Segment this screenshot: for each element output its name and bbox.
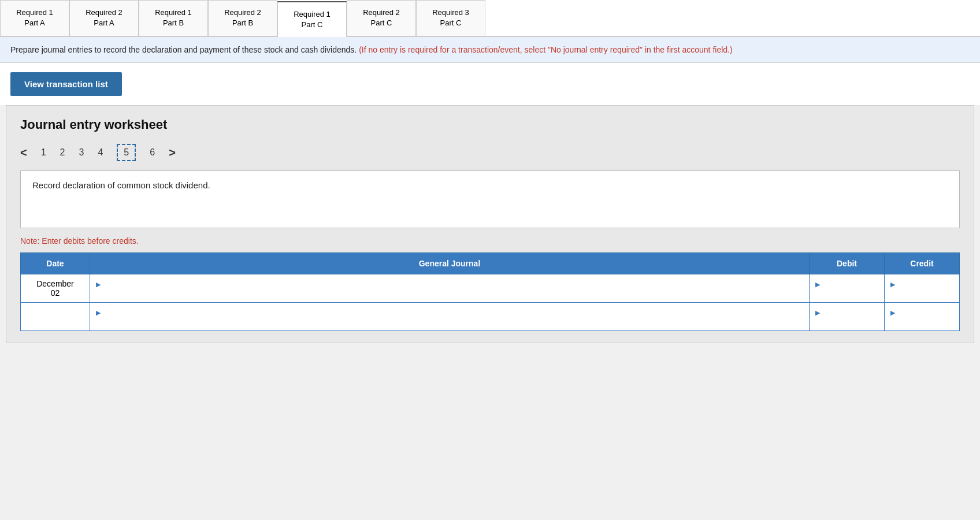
date-cell-2: [21, 303, 90, 331]
instruction-banner: Prepare journal entries to record the de…: [0, 37, 980, 63]
tabs-container: Required 1 Part A Required 2 Part A Requ…: [0, 0, 980, 37]
tab-req1b[interactable]: Required 1 Part B: [139, 0, 208, 36]
col-header-date: Date: [21, 253, 90, 274]
debit-cell-2[interactable]: [810, 303, 885, 331]
instruction-red-text: (If no entry is required for a transacti…: [359, 45, 732, 54]
page-1[interactable]: 1: [41, 147, 46, 158]
journal-table: Date General Journal Debit Credit Decemb…: [20, 252, 960, 331]
view-transaction-button[interactable]: View transaction list: [10, 72, 122, 96]
journal-cell-2[interactable]: [90, 303, 810, 331]
journal-cell-1[interactable]: [90, 274, 810, 303]
debit-input-1[interactable]: [815, 288, 878, 298]
page-3[interactable]: 3: [79, 147, 84, 158]
prev-arrow[interactable]: <: [20, 146, 27, 159]
col-header-journal: General Journal: [90, 253, 810, 274]
date-cell-1: December02: [21, 274, 90, 303]
tab-req2c[interactable]: Required 2 Part C: [347, 0, 416, 36]
next-arrow[interactable]: >: [169, 146, 176, 159]
debit-input-2[interactable]: [815, 317, 878, 326]
tab-req2a[interactable]: Required 2 Part A: [69, 0, 139, 36]
credit-input-1[interactable]: [890, 288, 953, 298]
description-box: Record declaration of common stock divid…: [20, 170, 960, 228]
credit-cell-1[interactable]: [885, 274, 960, 303]
table-row: December02: [21, 274, 960, 303]
col-header-credit: Credit: [885, 253, 960, 274]
page-5[interactable]: 5: [117, 144, 136, 161]
worksheet-title: Journal entry worksheet: [20, 117, 960, 132]
page-2[interactable]: 2: [60, 147, 65, 158]
note-text: Note: Enter debits before credits.: [20, 236, 960, 246]
journal-input-1[interactable]: [96, 288, 803, 298]
worksheet-container: Journal entry worksheet < 1 2 3 4 5 6 > …: [6, 105, 974, 343]
tab-req1c[interactable]: Required 1 Part C: [277, 1, 347, 37]
debit-cell-1[interactable]: [810, 274, 885, 303]
pagination: < 1 2 3 4 5 6 >: [20, 144, 960, 161]
page-4[interactable]: 4: [98, 147, 103, 158]
tab-req2b[interactable]: Required 2 Part B: [208, 0, 277, 36]
instruction-main-text: Prepare journal entries to record the de…: [10, 45, 359, 54]
credit-cell-2[interactable]: [885, 303, 960, 331]
tab-req3c[interactable]: Required 3 Part C: [416, 0, 485, 36]
page-6[interactable]: 6: [150, 147, 155, 158]
col-header-debit: Debit: [810, 253, 885, 274]
journal-input-2[interactable]: [96, 317, 803, 326]
description-text: Record declaration of common stock divid…: [32, 180, 210, 190]
table-row: [21, 303, 960, 331]
credit-input-2[interactable]: [890, 317, 953, 326]
tab-req1a[interactable]: Required 1 Part A: [0, 0, 69, 36]
